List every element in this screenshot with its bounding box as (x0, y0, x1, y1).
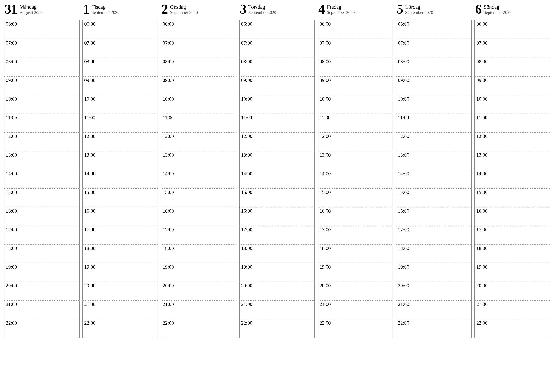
time-label: 22:00 (241, 320, 252, 326)
time-label: 17:00 (476, 227, 488, 232)
day-name-block: Fredag September 2020 (327, 3, 354, 15)
time-slot: 13:00 (161, 151, 236, 170)
time-slot: 08:00 (396, 58, 471, 76)
time-grid: 06:00 07:00 08:00 09:00 10:00 11:00 12:0… (161, 20, 236, 338)
day-header: 31 Måndag Augusti 2020 (4, 3, 80, 18)
time-slot: 07:00 (396, 39, 471, 58)
time-label: 10:00 (84, 96, 96, 102)
time-slot: 19:00 (4, 263, 79, 282)
time-slot: 09:00 (83, 76, 158, 95)
time-label: 08:00 (163, 59, 174, 64)
time-slot: 18:00 (240, 244, 315, 263)
time-label: 11:00 (319, 115, 330, 120)
time-label: 06:00 (241, 21, 252, 27)
time-label: 15:00 (6, 189, 17, 195)
time-label: 20:00 (84, 283, 96, 288)
time-slot: 06:00 (83, 20, 158, 39)
time-label: 19:00 (398, 264, 409, 270)
time-slot: 12:00 (318, 132, 393, 151)
time-label: 17:00 (84, 227, 96, 232)
time-slot: 20:00 (318, 282, 393, 300)
time-slot: 11:00 (396, 114, 471, 132)
time-slot: 20:00 (396, 282, 471, 300)
time-label: 17:00 (6, 227, 17, 232)
time-slot: 17:00 (161, 226, 236, 244)
day-name-block: Lördag September 2020 (405, 3, 433, 15)
time-label: 17:00 (398, 227, 409, 232)
time-slot: 12:00 (475, 132, 550, 151)
time-slot: 20:00 (83, 282, 158, 300)
time-label: 21:00 (6, 301, 17, 307)
time-slot: 15:00 (396, 188, 471, 207)
time-label: 13:00 (241, 152, 252, 158)
time-label: 07:00 (398, 40, 409, 46)
time-slot: 09:00 (161, 76, 236, 95)
day-header: 6 Söndag September 2020 (474, 3, 550, 18)
time-slot: 15:00 (4, 188, 79, 207)
time-label: 11:00 (163, 115, 174, 120)
day-header: 3 Torsdag September 2020 (239, 3, 315, 18)
time-slot: 14:00 (83, 170, 158, 188)
time-slot: 11:00 (240, 114, 315, 132)
time-slot: 11:00 (83, 114, 158, 132)
time-slot: 11:00 (4, 114, 79, 132)
time-slot: 09:00 (396, 76, 471, 95)
time-slot: 12:00 (4, 132, 79, 151)
time-label: 16:00 (6, 208, 17, 214)
time-slot: 08:00 (83, 58, 158, 76)
time-slot: 16:00 (475, 207, 550, 226)
time-slot: 14:00 (318, 170, 393, 188)
time-label: 20:00 (241, 283, 252, 288)
time-slot: 17:00 (318, 226, 393, 244)
time-slot: 21:00 (318, 300, 393, 319)
day-number: 2 (161, 3, 168, 15)
time-label: 08:00 (6, 59, 17, 64)
day-column-thursday: 3 Torsdag September 2020 06:00 07:00 08:… (239, 3, 315, 338)
time-slot: 18:00 (396, 244, 471, 263)
time-label: 13:00 (84, 152, 96, 158)
time-label: 14:00 (84, 171, 96, 176)
time-label: 20:00 (163, 283, 174, 288)
time-label: 16:00 (319, 208, 331, 214)
time-slot: 08:00 (4, 58, 79, 76)
time-slot: 14:00 (396, 170, 471, 188)
time-slot: 14:00 (4, 170, 79, 188)
time-label: 15:00 (241, 189, 252, 195)
day-number: 1 (83, 3, 89, 15)
time-label: 11:00 (476, 115, 487, 120)
time-slot: 17:00 (240, 226, 315, 244)
time-label: 18:00 (398, 245, 409, 251)
time-slot: 14:00 (161, 170, 236, 188)
time-label: 16:00 (241, 208, 252, 214)
day-month: Augusti 2020 (20, 10, 42, 15)
time-slot: 18:00 (475, 244, 550, 263)
time-slot: 11:00 (318, 114, 393, 132)
time-slot: 13:00 (4, 151, 79, 170)
day-name-block: Torsdag September 2020 (249, 3, 276, 15)
time-slot: 22:00 (318, 319, 393, 338)
time-slot: 15:00 (318, 188, 393, 207)
time-label: 07:00 (241, 40, 252, 46)
time-label: 21:00 (241, 301, 252, 307)
time-slot: 12:00 (161, 132, 236, 151)
time-label: 07:00 (476, 40, 488, 46)
day-month: September 2020 (91, 10, 119, 15)
time-label: 22:00 (398, 320, 409, 326)
time-label: 14:00 (398, 171, 409, 176)
time-slot: 19:00 (83, 263, 158, 282)
time-label: 10:00 (241, 96, 252, 102)
time-label: 13:00 (6, 152, 17, 158)
day-name-block: Onsdag September 2020 (170, 3, 198, 15)
time-slot: 14:00 (240, 170, 315, 188)
time-label: 08:00 (476, 59, 488, 64)
day-month: September 2020 (405, 10, 433, 15)
time-label: 15:00 (319, 189, 331, 195)
time-slot: 19:00 (318, 263, 393, 282)
time-label: 06:00 (84, 21, 96, 27)
time-slot: 21:00 (161, 300, 236, 319)
time-grid: 06:00 07:00 08:00 09:00 10:00 11:00 12:0… (474, 20, 550, 338)
time-slot: 20:00 (475, 282, 550, 300)
time-slot: 14:00 (475, 170, 550, 188)
time-slot: 22:00 (4, 319, 79, 338)
time-grid: 06:00 07:00 08:00 09:00 10:00 11:00 12:0… (4, 20, 80, 338)
